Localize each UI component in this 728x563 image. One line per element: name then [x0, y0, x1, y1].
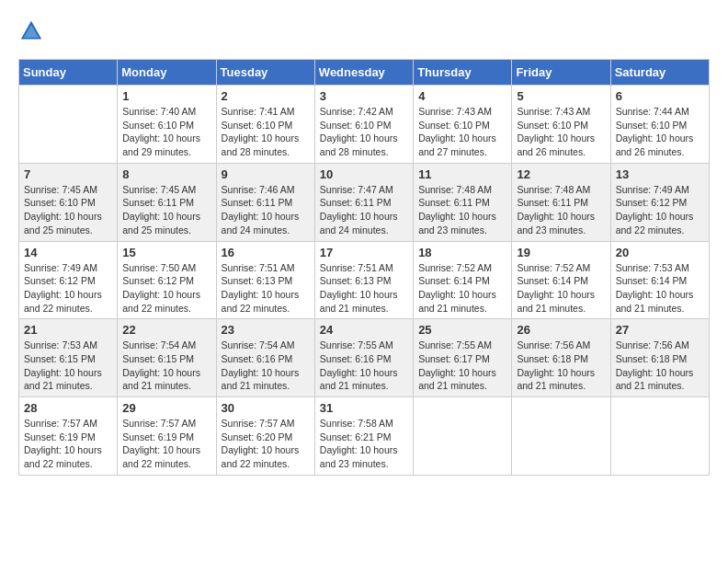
- day-cell: 31Sunrise: 7:58 AMSunset: 6:21 PMDayligh…: [314, 397, 413, 476]
- week-row-5: 28Sunrise: 7:57 AMSunset: 6:19 PMDayligh…: [19, 397, 710, 476]
- day-number: 27: [616, 323, 704, 337]
- day-number: 15: [122, 246, 210, 259]
- header-friday: Friday: [512, 60, 610, 86]
- week-row-2: 7Sunrise: 7:45 AMSunset: 6:10 PMDaylight…: [19, 163, 710, 241]
- day-cell: 2Sunrise: 7:41 AMSunset: 6:10 PMDaylight…: [216, 86, 314, 164]
- day-number: 21: [24, 323, 112, 337]
- day-cell: 25Sunrise: 7:55 AMSunset: 6:17 PMDayligh…: [414, 319, 512, 397]
- day-number: 28: [24, 401, 112, 415]
- day-number: 18: [418, 246, 506, 259]
- day-number: 8: [122, 167, 210, 181]
- day-cell: 17Sunrise: 7:51 AMSunset: 6:13 PMDayligh…: [314, 241, 413, 319]
- day-info: Sunrise: 7:48 AMSunset: 6:11 PMDaylight:…: [418, 183, 506, 237]
- header-sunday: Sunday: [19, 60, 118, 86]
- day-info: Sunrise: 7:43 AMSunset: 6:10 PMDaylight:…: [517, 105, 605, 159]
- day-number: 9: [222, 167, 310, 181]
- logo-icon: [18, 18, 44, 44]
- day-cell: 26Sunrise: 7:56 AMSunset: 6:18 PMDayligh…: [512, 319, 610, 397]
- day-cell: 30Sunrise: 7:57 AMSunset: 6:20 PMDayligh…: [216, 397, 314, 476]
- day-number: 25: [418, 323, 506, 337]
- day-cell: 7Sunrise: 7:45 AMSunset: 6:10 PMDaylight…: [19, 163, 118, 241]
- day-cell: 14Sunrise: 7:49 AMSunset: 6:12 PMDayligh…: [19, 241, 118, 319]
- day-cell: [512, 397, 610, 476]
- day-info: Sunrise: 7:54 AMSunset: 6:16 PMDaylight:…: [222, 339, 310, 393]
- day-info: Sunrise: 7:58 AMSunset: 6:21 PMDaylight:…: [320, 417, 408, 471]
- day-cell: 29Sunrise: 7:57 AMSunset: 6:19 PMDayligh…: [118, 397, 216, 476]
- day-info: Sunrise: 7:57 AMSunset: 6:19 PMDaylight:…: [122, 417, 210, 471]
- day-number: 29: [122, 401, 210, 415]
- day-cell: 4Sunrise: 7:43 AMSunset: 6:10 PMDaylight…: [414, 86, 512, 164]
- day-number: 14: [24, 246, 112, 259]
- day-info: Sunrise: 7:53 AMSunset: 6:14 PMDaylight:…: [616, 261, 704, 316]
- day-info: Sunrise: 7:56 AMSunset: 6:18 PMDaylight:…: [517, 339, 605, 393]
- day-cell: 22Sunrise: 7:54 AMSunset: 6:15 PMDayligh…: [118, 319, 216, 397]
- day-number: 1: [122, 89, 210, 103]
- day-info: Sunrise: 7:51 AMSunset: 6:13 PMDaylight:…: [320, 261, 408, 316]
- day-cell: 28Sunrise: 7:57 AMSunset: 6:19 PMDayligh…: [19, 397, 118, 476]
- day-info: Sunrise: 7:55 AMSunset: 6:16 PMDaylight:…: [320, 339, 408, 393]
- day-number: 19: [517, 246, 605, 259]
- day-cell: 9Sunrise: 7:46 AMSunset: 6:11 PMDaylight…: [216, 163, 314, 241]
- day-cell: 18Sunrise: 7:52 AMSunset: 6:14 PMDayligh…: [414, 241, 512, 319]
- calendar-header-row: SundayMondayTuesdayWednesdayThursdayFrid…: [19, 60, 710, 86]
- day-info: Sunrise: 7:43 AMSunset: 6:10 PMDaylight:…: [418, 105, 506, 159]
- day-cell: 6Sunrise: 7:44 AMSunset: 6:10 PMDaylight…: [610, 86, 709, 164]
- day-cell: [414, 397, 512, 476]
- header-tuesday: Tuesday: [216, 60, 314, 86]
- day-number: 7: [24, 167, 112, 181]
- day-cell: 8Sunrise: 7:45 AMSunset: 6:11 PMDaylight…: [118, 163, 216, 241]
- day-info: Sunrise: 7:50 AMSunset: 6:12 PMDaylight:…: [122, 261, 210, 316]
- day-cell: 5Sunrise: 7:43 AMSunset: 6:10 PMDaylight…: [512, 86, 610, 164]
- day-number: 31: [320, 401, 408, 415]
- day-info: Sunrise: 7:45 AMSunset: 6:10 PMDaylight:…: [24, 183, 112, 237]
- day-info: Sunrise: 7:49 AMSunset: 6:12 PMDaylight:…: [24, 261, 112, 316]
- day-number: 22: [122, 323, 210, 337]
- header-thursday: Thursday: [414, 60, 512, 86]
- day-cell: [19, 86, 118, 164]
- day-info: Sunrise: 7:42 AMSunset: 6:10 PMDaylight:…: [320, 105, 408, 159]
- day-info: Sunrise: 7:49 AMSunset: 6:12 PMDaylight:…: [616, 183, 704, 237]
- day-info: Sunrise: 7:52 AMSunset: 6:14 PMDaylight:…: [517, 261, 605, 316]
- day-info: Sunrise: 7:45 AMSunset: 6:11 PMDaylight:…: [122, 183, 210, 237]
- day-cell: 10Sunrise: 7:47 AMSunset: 6:11 PMDayligh…: [314, 163, 413, 241]
- day-cell: 12Sunrise: 7:48 AMSunset: 6:11 PMDayligh…: [512, 163, 610, 241]
- day-info: Sunrise: 7:55 AMSunset: 6:17 PMDaylight:…: [418, 339, 506, 393]
- week-row-4: 21Sunrise: 7:53 AMSunset: 6:15 PMDayligh…: [19, 319, 710, 397]
- day-number: 17: [320, 246, 408, 259]
- day-cell: [610, 397, 709, 476]
- day-info: Sunrise: 7:57 AMSunset: 6:19 PMDaylight:…: [24, 417, 112, 471]
- day-number: 20: [616, 246, 704, 259]
- week-row-1: 1Sunrise: 7:40 AMSunset: 6:10 PMDaylight…: [19, 86, 710, 164]
- day-number: 30: [222, 401, 310, 415]
- day-info: Sunrise: 7:44 AMSunset: 6:10 PMDaylight:…: [616, 105, 704, 159]
- header-monday: Monday: [118, 60, 216, 86]
- day-number: 10: [320, 167, 408, 181]
- week-row-3: 14Sunrise: 7:49 AMSunset: 6:12 PMDayligh…: [19, 241, 710, 319]
- day-cell: 13Sunrise: 7:49 AMSunset: 6:12 PMDayligh…: [610, 163, 709, 241]
- day-info: Sunrise: 7:56 AMSunset: 6:18 PMDaylight:…: [616, 339, 704, 393]
- page-header: [18, 18, 710, 44]
- day-cell: 21Sunrise: 7:53 AMSunset: 6:15 PMDayligh…: [19, 319, 118, 397]
- day-info: Sunrise: 7:47 AMSunset: 6:11 PMDaylight:…: [320, 183, 408, 237]
- day-info: Sunrise: 7:51 AMSunset: 6:13 PMDaylight:…: [222, 261, 310, 316]
- day-info: Sunrise: 7:57 AMSunset: 6:20 PMDaylight:…: [222, 417, 310, 471]
- day-info: Sunrise: 7:52 AMSunset: 6:14 PMDaylight:…: [418, 261, 506, 316]
- day-number: 2: [222, 89, 310, 103]
- day-cell: 16Sunrise: 7:51 AMSunset: 6:13 PMDayligh…: [216, 241, 314, 319]
- day-cell: 23Sunrise: 7:54 AMSunset: 6:16 PMDayligh…: [216, 319, 314, 397]
- day-cell: 20Sunrise: 7:53 AMSunset: 6:14 PMDayligh…: [610, 241, 709, 319]
- day-cell: 19Sunrise: 7:52 AMSunset: 6:14 PMDayligh…: [512, 241, 610, 319]
- day-number: 3: [320, 89, 408, 103]
- header-wednesday: Wednesday: [314, 60, 413, 86]
- day-info: Sunrise: 7:54 AMSunset: 6:15 PMDaylight:…: [122, 339, 210, 393]
- logo: [18, 18, 48, 44]
- day-cell: 15Sunrise: 7:50 AMSunset: 6:12 PMDayligh…: [118, 241, 216, 319]
- day-cell: 24Sunrise: 7:55 AMSunset: 6:16 PMDayligh…: [314, 319, 413, 397]
- day-number: 4: [418, 89, 506, 103]
- calendar-table: SundayMondayTuesdayWednesdayThursdayFrid…: [18, 59, 710, 476]
- day-info: Sunrise: 7:48 AMSunset: 6:11 PMDaylight:…: [517, 183, 605, 237]
- day-number: 6: [616, 89, 704, 103]
- day-cell: 3Sunrise: 7:42 AMSunset: 6:10 PMDaylight…: [314, 86, 413, 164]
- day-number: 24: [320, 323, 408, 337]
- header-saturday: Saturday: [610, 60, 709, 86]
